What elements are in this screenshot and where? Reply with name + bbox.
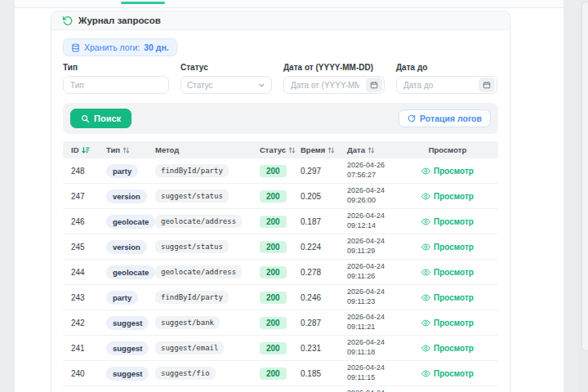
cell-method: suggest/email <box>147 341 252 354</box>
cell-date: 2026-04-2607:56:27 <box>339 161 397 180</box>
actions-bar: Поиск Ротация логов <box>63 103 498 134</box>
card-header: Журнал запросов <box>51 11 510 30</box>
status-badge: 200 <box>260 368 287 380</box>
type-filter-input[interactable] <box>63 76 169 94</box>
timestamp-value: 09:11:21 <box>347 323 397 332</box>
column-label: Просмотр <box>429 145 467 154</box>
log-retention-badge: Хранить логи: 30 дн. <box>63 38 177 56</box>
filters-row: Тип Статус Статус Дата от (YYYY-MM-DD) <box>63 63 498 94</box>
column-header-6[interactable]: Дата <box>339 145 397 154</box>
column-label: Дата <box>347 145 365 154</box>
view-link-label: Просмотр <box>434 318 474 327</box>
calendar-icon <box>483 81 491 89</box>
type-badge: suggest <box>106 367 149 381</box>
column-label: Время <box>301 145 325 154</box>
date-from-input[interactable] <box>284 77 366 93</box>
cell-date: 2026-04-2409:11:29 <box>339 237 397 256</box>
scrollbar-thumb[interactable] <box>581 2 588 351</box>
scrollbar-track[interactable] <box>578 0 588 392</box>
cell-method: suggest/fio <box>147 367 252 380</box>
cell-time: 0.187 <box>292 217 339 226</box>
cell-method: suggest/status <box>147 189 252 203</box>
cell-type: suggest <box>98 341 147 355</box>
method-pill: suggest/status <box>155 240 229 253</box>
sort-toggle-icon[interactable] <box>368 146 375 154</box>
search-button[interactable]: Поиск <box>70 109 131 128</box>
cell-time: 0.278 <box>292 268 339 277</box>
cell-type: party <box>98 164 147 178</box>
column-header-2[interactable]: Тип <box>98 145 147 154</box>
view-link[interactable]: Просмотр <box>421 167 474 176</box>
date-value: 2026-04-24 <box>347 287 397 297</box>
view-link[interactable]: Просмотр <box>421 293 474 302</box>
date-value: 2026-04-24 <box>347 389 397 392</box>
view-link[interactable]: Просмотр <box>421 344 474 353</box>
column-header-5[interactable]: Время <box>292 145 339 154</box>
timestamp-value: 07:56:27 <box>347 171 397 180</box>
status-badge: 200 <box>260 216 287 228</box>
cell-type: geolocate <box>98 265 147 279</box>
timestamp-value: 09:11:18 <box>347 348 397 358</box>
cell-time: 0.246 <box>292 293 339 302</box>
date-to-input[interactable] <box>397 77 479 93</box>
sort-desc-active-icon[interactable] <box>82 146 90 154</box>
cell-view: Просмотр <box>397 243 498 252</box>
cell-status: 200 <box>252 368 292 380</box>
sort-toggle-icon[interactable] <box>122 146 130 154</box>
view-link[interactable]: Просмотр <box>421 268 474 277</box>
date-to-calendar-button[interactable] <box>479 78 495 92</box>
cell-id: 244 <box>63 268 98 277</box>
cell-view: Просмотр <box>397 167 498 176</box>
cell-type: suggest <box>98 316 147 330</box>
table-row: 245versionsuggest/status2000.2242026-04-… <box>63 234 498 260</box>
status-badge: 200 <box>260 241 287 253</box>
cell-view: Просмотр <box>397 318 498 327</box>
date-from-field <box>283 76 385 94</box>
eye-icon <box>421 319 430 327</box>
status-badge: 200 <box>260 317 287 329</box>
cell-type: suggest <box>98 367 147 381</box>
view-link[interactable]: Просмотр <box>421 192 474 201</box>
page-title: Журнал запросов <box>78 16 161 25</box>
column-label: Тип <box>106 145 120 154</box>
eye-icon <box>421 269 430 276</box>
type-badge: version <box>106 189 147 203</box>
type-badge: party <box>106 291 138 305</box>
cell-method: findById/party <box>147 164 252 177</box>
status-filter-select[interactable]: Статус <box>180 76 272 94</box>
cell-view: Просмотр <box>397 268 498 277</box>
method-pill: geolocate/address <box>155 215 242 228</box>
cell-method: suggest/bank <box>147 316 252 329</box>
cell-id: 246 <box>63 217 98 226</box>
cell-view: Просмотр <box>397 192 498 201</box>
view-link[interactable]: Просмотр <box>421 318 474 327</box>
method-pill: findById/party <box>155 164 229 177</box>
column-header-4[interactable]: Статус <box>252 145 292 154</box>
date-value: 2026-04-24 <box>347 186 397 196</box>
column-header-1[interactable]: ID <box>63 145 98 154</box>
timestamp-value: 09:11:29 <box>347 247 397 256</box>
view-link[interactable]: Просмотр <box>421 217 474 226</box>
table-row: 243partyfindById/party2000.2462026-04-24… <box>63 285 498 310</box>
eye-icon <box>421 345 430 352</box>
date-value: 2026-04-24 <box>347 313 397 323</box>
cell-view: Просмотр <box>397 217 498 226</box>
date-value: 2026-04-24 <box>347 363 397 373</box>
status-badge: 200 <box>260 292 287 304</box>
eye-icon <box>421 193 430 200</box>
cell-view: Просмотр <box>397 369 498 378</box>
view-link[interactable]: Просмотр <box>421 369 474 378</box>
cell-status: 200 <box>252 342 292 354</box>
timestamp-value: 09:26:00 <box>347 196 397 206</box>
date-value: 2026-04-24 <box>347 237 397 247</box>
rotate-logs-button[interactable]: Ротация логов <box>399 109 491 127</box>
view-link[interactable]: Просмотр <box>421 243 474 252</box>
date-from-calendar-button[interactable] <box>366 78 382 92</box>
view-link-label: Просмотр <box>434 167 474 176</box>
page-background: Журнал запросов Хранить логи: 30 дн. Тип <box>15 0 564 392</box>
sort-toggle-icon[interactable] <box>327 146 335 154</box>
date-to-field <box>396 76 497 94</box>
cell-date: 2026-04-2409:11:21 <box>339 313 397 332</box>
table-row: 246geolocategeolocate/address2000.187202… <box>63 209 498 234</box>
search-icon <box>81 114 90 123</box>
